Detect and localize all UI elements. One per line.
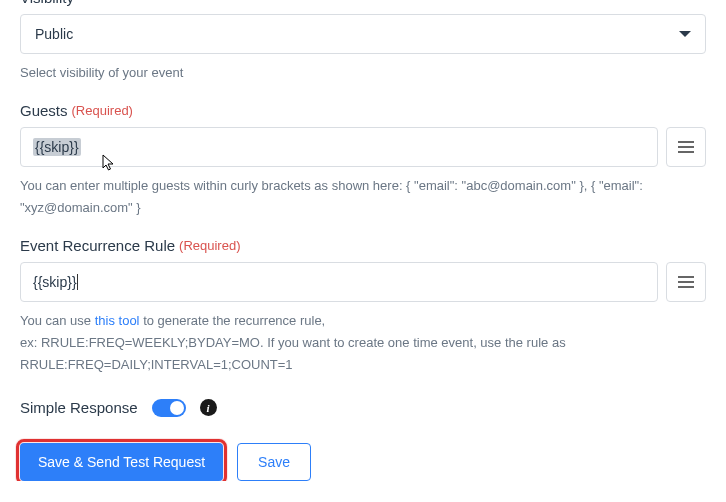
simple-response-label: Simple Response xyxy=(20,399,138,416)
recurrence-tool-link[interactable]: this tool xyxy=(95,313,140,328)
visibility-select[interactable]: Public xyxy=(20,14,706,54)
visibility-helper: Select visibility of your event xyxy=(20,62,706,84)
recurrence-value: {{skip}} xyxy=(33,274,77,290)
recurrence-label: Event Recurrence Rule (Required) xyxy=(20,237,706,254)
toggle-knob xyxy=(170,401,184,415)
guests-label: Guests (Required) xyxy=(20,102,706,119)
info-icon[interactable]: i xyxy=(200,399,217,416)
recurrence-input[interactable]: {{skip}} xyxy=(20,262,658,302)
visibility-value: Public xyxy=(35,26,73,42)
simple-response-toggle[interactable] xyxy=(152,399,186,417)
visibility-label: Visibility xyxy=(20,0,706,6)
required-tag: (Required) xyxy=(72,103,133,118)
text-cursor xyxy=(77,274,78,290)
hamburger-icon xyxy=(678,141,694,153)
recurrence-helper: You can use this tool to generate the re… xyxy=(20,310,706,376)
recurrence-menu-button[interactable] xyxy=(666,262,706,302)
chevron-down-icon xyxy=(679,31,691,37)
guests-menu-button[interactable] xyxy=(666,127,706,167)
save-button[interactable]: Save xyxy=(237,443,311,481)
hamburger-icon xyxy=(678,276,694,288)
guests-helper: You can enter multiple guests within cur… xyxy=(20,175,706,219)
required-tag: (Required) xyxy=(179,238,240,253)
guests-input[interactable]: {{skip}} xyxy=(20,127,658,167)
guests-value: {{skip}} xyxy=(33,138,81,156)
save-send-button[interactable]: Save & Send Test Request xyxy=(20,443,223,481)
